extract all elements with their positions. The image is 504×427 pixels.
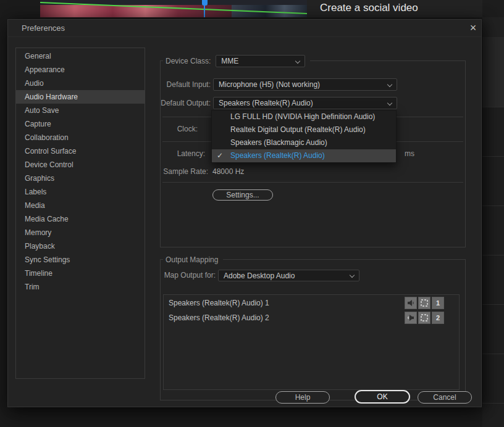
output-mapping-group: Output Mapping Map Output for: Adobe Des…	[160, 259, 466, 400]
menu-option[interactable]: Realtek Digital Output (Realtek(R) Audio…	[212, 123, 396, 136]
device-class-label: Device Class:	[166, 55, 211, 67]
checkmark-icon: ✓	[217, 149, 223, 162]
latency-label: Latency:	[161, 147, 205, 160]
menu-option[interactable]: LG FULL HD (NVIDIA High Definition Audio…	[212, 110, 396, 123]
preferences-dialog: Preferences × General Appearance Audio A…	[7, 19, 482, 407]
sidebar-item-media-cache[interactable]: Media Cache	[16, 212, 145, 226]
default-output-select[interactable]: Speakers (Realtek(R) Audio)	[213, 97, 397, 109]
sidebar-item-control-surface[interactable]: Control Surface	[16, 144, 145, 158]
sidebar-item-memory[interactable]: Memory	[16, 226, 145, 239]
sidebar-item-media[interactable]: Media	[16, 199, 145, 212]
sidebar-item-general[interactable]: General	[16, 49, 145, 63]
close-icon[interactable]: ×	[466, 22, 480, 35]
sidebar-item-trim[interactable]: Trim	[16, 280, 145, 294]
sidebar-item-collaboration[interactable]: Collaboration	[16, 131, 145, 144]
sidebar-item-audio-hardware[interactable]: Audio Hardware	[16, 90, 145, 104]
sidebar-item-auto-save[interactable]: Auto Save	[16, 104, 145, 117]
default-input-label: Default Input:	[161, 78, 211, 91]
sidebar-item-sync-settings[interactable]: Sync Settings	[16, 253, 145, 267]
dialog-titlebar: Preferences ×	[8, 20, 481, 37]
timeline-filmstrip	[40, 0, 307, 17]
sidebar-item-timeline[interactable]: Timeline	[16, 267, 145, 280]
default-output-menu: LG FULL HD (NVIDIA High Definition Audio…	[211, 110, 397, 163]
clock-label: Clock:	[161, 123, 198, 135]
channel-mapping-list: Speakers (Realtek(R) Audio) 1 1 Speakers…	[163, 294, 460, 390]
sidebar-item-playback[interactable]: Playback	[16, 239, 145, 253]
channel-number-badge[interactable]: 1	[432, 297, 444, 309]
sample-rate-label: Sample Rate:	[161, 165, 208, 178]
sidebar-item-device-control[interactable]: Device Control	[16, 158, 145, 172]
menu-option-selected[interactable]: ✓ Speakers (Realtek(R) Audio)	[212, 149, 396, 162]
playhead-icon	[202, 0, 208, 6]
menu-option[interactable]: Speakers (Blackmagic Audio)	[212, 136, 396, 149]
device-class-legend: Device Class: MME	[163, 55, 310, 67]
preferences-sidebar: General Appearance Audio Audio Hardware …	[15, 48, 145, 379]
learn-panel-header: Create a social video	[307, 0, 482, 17]
channel-row[interactable]: Speakers (Realtek(R) Audio) 2 2	[164, 312, 459, 325]
sidebar-item-graphics[interactable]: Graphics	[16, 172, 145, 185]
cancel-button[interactable]: Cancel	[418, 391, 472, 404]
map-output-select[interactable]: Adobe Desktop Audio	[218, 270, 359, 281]
device-class-select[interactable]: MME	[216, 55, 305, 67]
help-button[interactable]: Help	[275, 391, 330, 404]
chevron-down-icon	[350, 273, 355, 278]
sample-rate-value: 48000 Hz	[212, 165, 244, 178]
chevron-down-icon	[387, 101, 392, 106]
sidebar-item-labels[interactable]: Labels	[16, 185, 145, 199]
channel-row[interactable]: Speakers (Realtek(R) Audio) 1 1	[164, 297, 459, 310]
patch-frame-icon[interactable]	[418, 297, 430, 309]
sidebar-item-audio[interactable]: Audio	[16, 77, 145, 90]
default-output-label: Default Output:	[161, 97, 211, 109]
background-panel-edge	[482, 0, 504, 427]
settings-button[interactable]: Settings...	[212, 189, 273, 201]
ok-button[interactable]: OK	[355, 390, 410, 404]
sidebar-item-appearance[interactable]: Appearance	[16, 63, 145, 77]
default-input-select[interactable]: Microphone (H5) (Not working)	[213, 78, 397, 91]
audio-gain-line	[40, 0, 307, 17]
channel-number-badge[interactable]: 2	[432, 312, 444, 324]
latency-unit: ms	[405, 147, 417, 160]
speaker-right-icon[interactable]	[405, 312, 417, 324]
output-mapping-legend: Output Mapping	[163, 254, 223, 266]
speaker-left-icon[interactable]	[405, 297, 417, 309]
map-output-label: Map Output for:	[161, 269, 216, 281]
dialog-title: Preferences	[22, 20, 65, 37]
divider	[162, 182, 463, 183]
sidebar-item-capture[interactable]: Capture	[16, 117, 145, 131]
chevron-down-icon	[387, 82, 392, 87]
patch-frame-icon[interactable]	[418, 312, 430, 324]
chevron-down-icon	[295, 59, 300, 64]
banner-title: Create a social video	[320, 0, 418, 17]
